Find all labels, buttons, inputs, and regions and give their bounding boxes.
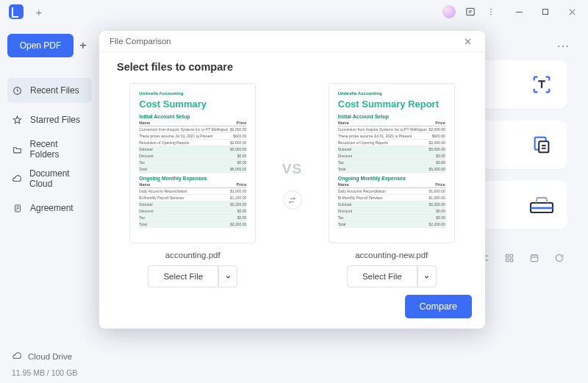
file-a-select-caret[interactable] xyxy=(218,265,237,287)
agreement-icon xyxy=(12,204,23,213)
dialog-heading: Select files to compare xyxy=(117,61,467,73)
clock-icon xyxy=(12,86,23,96)
refresh-icon[interactable] xyxy=(551,250,567,266)
window-close-button[interactable] xyxy=(559,1,585,22)
sidebar-item-recent-files[interactable]: Recent Files xyxy=(7,78,92,103)
vs-label: VS xyxy=(282,161,302,177)
notes-icon[interactable] xyxy=(460,1,481,22)
text-select-icon xyxy=(529,72,554,97)
open-pdf-button[interactable]: Open PDF xyxy=(7,34,74,57)
svg-point-1 xyxy=(490,9,492,10)
svg-rect-8 xyxy=(539,141,548,152)
cloud-up-icon xyxy=(12,351,22,362)
sidebar-item-label: Agreement xyxy=(30,203,74,213)
window-minimize-button[interactable] xyxy=(506,1,532,22)
star-icon xyxy=(12,115,23,125)
preview-section: Initial Account Setup xyxy=(338,114,445,119)
page-more-button[interactable]: … xyxy=(556,35,570,51)
storage-quota: 11.95 MB / 100 GB xyxy=(7,365,92,377)
file-a-name: accounting.pdf xyxy=(165,251,220,259)
preview-brand: Umbrella Accounting xyxy=(338,91,445,96)
new-tab-button[interactable]: + xyxy=(31,4,47,20)
svg-rect-0 xyxy=(467,8,475,15)
file-b-preview[interactable]: Umbrella Accounting Cost Summary Report … xyxy=(329,83,455,243)
view-grid-icon[interactable] xyxy=(501,250,517,266)
file-a-preview[interactable]: Umbrella Accounting Cost Summary Initial… xyxy=(129,83,256,243)
svg-rect-15 xyxy=(506,259,509,262)
svg-point-2 xyxy=(490,11,492,12)
more-icon[interactable] xyxy=(481,1,501,22)
sidebar-item-label: Recent Files xyxy=(30,85,79,96)
app-logo xyxy=(9,4,24,19)
add-button[interactable]: + xyxy=(79,38,87,53)
preview-section: Ongoing Monthly Expenses xyxy=(139,176,246,181)
window-maximize-button[interactable] xyxy=(532,1,559,22)
preview-title: Cost Summary Report xyxy=(338,99,445,110)
preview-title: Cost Summary xyxy=(139,99,246,110)
compare-button[interactable]: Compare xyxy=(405,295,472,318)
sidebar-item-label: Document Cloud xyxy=(29,168,87,189)
scanner-icon xyxy=(529,193,554,218)
sidebar-item-document-cloud[interactable]: Document Cloud xyxy=(7,166,92,191)
svg-rect-17 xyxy=(531,255,537,262)
svg-rect-16 xyxy=(510,259,513,262)
sidebar-item-label: Starred Files xyxy=(30,115,80,125)
calendar-icon[interactable] xyxy=(526,250,542,266)
duplicate-icon xyxy=(529,132,554,157)
file-b-name: accounting-new.pdf xyxy=(355,251,428,259)
svg-rect-4 xyxy=(543,10,548,15)
sidebar-item-agreement[interactable]: Agreement xyxy=(7,196,92,221)
cloud-drive-button[interactable]: Cloud Drive xyxy=(7,348,92,365)
swap-files-button[interactable] xyxy=(283,190,302,210)
dialog-close-button[interactable] xyxy=(460,34,475,49)
preview-brand: Umbrella Accounting xyxy=(139,91,246,96)
cloud-drive-label: Cloud Drive xyxy=(28,352,72,361)
file-a-select-button[interactable]: Select File xyxy=(148,265,218,287)
avatar[interactable] xyxy=(442,5,456,18)
sidebar-item-recent-folders[interactable]: Recent Folders xyxy=(7,137,92,162)
file-comparison-dialog: File Comparison Select files to compare … xyxy=(99,31,485,329)
svg-rect-14 xyxy=(510,254,513,257)
dialog-title: File Comparison xyxy=(110,37,171,46)
sidebar-item-starred-files[interactable]: Starred Files xyxy=(7,107,92,132)
cloud-icon xyxy=(12,173,22,184)
preview-section: Initial Account Setup xyxy=(139,114,246,119)
folder-icon xyxy=(12,145,22,154)
preview-section: Ongoing Monthly Expenses xyxy=(338,176,445,181)
svg-rect-13 xyxy=(506,254,509,257)
sidebar-item-label: Recent Folders xyxy=(29,139,87,160)
file-b-select-button[interactable]: Select File xyxy=(347,265,417,287)
file-b-select-caret[interactable] xyxy=(417,265,437,287)
svg-point-3 xyxy=(490,14,492,15)
